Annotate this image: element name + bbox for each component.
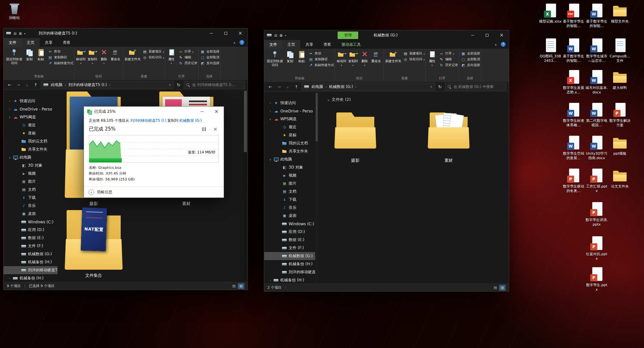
refresh-button[interactable]: [436, 84, 443, 89]
ribbon-button[interactable]: 复制到: [347, 49, 359, 68]
ribbon-button[interactable]: 全部选择: [200, 49, 219, 54]
breadcrumb-this-pc[interactable]: 此电脑: [312, 84, 323, 90]
ribbon-button[interactable]: 打开: [439, 51, 458, 56]
sidebar-item[interactable]: 文档: [264, 188, 318, 196]
breadcrumb-drive[interactable]: 机械数据 (G:): [329, 84, 353, 90]
desktop-icon[interactable]: 工作汇报.pptx: [585, 168, 608, 193]
desktop-icon[interactable]: 数字孪生城市—运态市…: [585, 38, 608, 63]
ribbon-button[interactable]: 移动到: [336, 49, 347, 68]
sidebar-item[interactable]: 文件 (F:): [264, 244, 318, 252]
back-button[interactable]: [267, 84, 274, 89]
forward-button[interactable]: [275, 84, 283, 89]
help-icon[interactable]: [501, 42, 506, 47]
sidebar-item[interactable]: 音乐: [264, 204, 318, 212]
ribbon-button[interactable]: 全部选择: [461, 51, 480, 56]
tab-drive-tools[interactable]: 驱动器工具: [336, 40, 366, 49]
desktop-icon[interactable]: 数字孪生驱动的冬奥…: [562, 168, 585, 193]
ribbon-button[interactable]: 复制路径: [48, 55, 73, 60]
desktop-icon[interactable]: 基于数字孪生的智能…: [562, 38, 585, 63]
sidebar-item[interactable]: 图片: [264, 179, 318, 188]
up-button[interactable]: [32, 82, 39, 87]
search-box[interactable]: [184, 81, 245, 89]
ribbon-button[interactable]: 新建文件夹: [124, 47, 141, 62]
ribbon-button[interactable]: 反向选择: [200, 61, 219, 65]
expand-arrow-icon[interactable]: [269, 117, 272, 121]
desktop-icon[interactable]: CampusB… 文件: [608, 38, 631, 63]
desktop-icon[interactable]: 数字孪生空间的发展…: [562, 135, 585, 160]
maximize-button[interactable]: [219, 28, 233, 38]
sidebar-item[interactable]: 机械数据 (G:): [264, 252, 318, 260]
ribbon-button[interactable]: 固定到快速访问: [266, 49, 284, 68]
ribbon-button[interactable]: 复制: [23, 47, 35, 62]
sidebar-item[interactable]: 共享文件夹: [264, 147, 318, 155]
refresh-button[interactable]: [175, 82, 182, 87]
ribbon-collapse-icon[interactable]: [495, 42, 497, 47]
sidebar-item[interactable]: 共享文件夹: [4, 145, 58, 153]
expand-arrow-icon[interactable]: [269, 109, 272, 113]
ribbon-button[interactable]: 轻松访问: [403, 57, 425, 62]
sidebar-item[interactable]: 我的云文档: [4, 137, 58, 145]
ribbon-button[interactable]: 反向选择: [461, 63, 480, 67]
sidebar-item[interactable]: 3D 对象: [264, 163, 318, 171]
sidebar-item[interactable]: 下载: [4, 194, 58, 202]
group-collapse-icon[interactable]: [327, 97, 330, 102]
sidebar-item[interactable]: Windows (C:): [4, 218, 58, 226]
up-button[interactable]: [293, 84, 300, 89]
desktop-icon[interactable]: 城市对抗蓝本.docx: [585, 70, 608, 95]
ribbon-button[interactable]: 全部取消: [461, 57, 480, 62]
folder-item-collection[interactable]: NAT配置 文件集合: [65, 210, 123, 278]
sidebar-item[interactable]: 最近: [4, 121, 58, 129]
expand-arrow-icon[interactable]: [8, 107, 11, 111]
group-header[interactable]: 文件夹 (2): [327, 97, 351, 102]
sidebar-item[interactable]: Windows (C:): [264, 220, 318, 228]
sidebar-item[interactable]: 视频: [4, 169, 58, 178]
ribbon-button[interactable]: 删除: [359, 49, 370, 68]
expand-arrow-icon[interactable]: [269, 278, 272, 282]
desktop-icon[interactable]: 模型记账.xlsx: [539, 3, 562, 24]
qat-icon-2[interactable]: [19, 32, 22, 35]
tab-file[interactable]: 文件: [4, 38, 22, 47]
desktop-icon[interactable]: 数字孪生讲演.pptx: [585, 202, 608, 227]
sidebar-item[interactable]: 应用 (D:): [264, 228, 318, 236]
tab-share[interactable]: 共享: [300, 40, 318, 49]
desktop-icon[interactable]: 数字孪生发展态势.x…: [562, 70, 585, 95]
desktop-icon[interactable]: 第二代数字电视国…: [585, 102, 608, 128]
sidebar-item[interactable]: 快速访问: [264, 99, 318, 107]
cancel-copy-button[interactable]: [213, 126, 218, 132]
sidebar-item[interactable]: 桌面: [4, 210, 58, 218]
qat-icon-2[interactable]: [279, 34, 282, 37]
tab-home[interactable]: 主页: [22, 38, 40, 47]
ribbon-button[interactable]: 粘贴快捷方式: [308, 63, 334, 67]
desktop-icon[interactable]: Unity3D学习指南.docx: [585, 135, 608, 160]
tab-view[interactable]: 查看: [318, 40, 336, 49]
folder-item-photos[interactable]: 摄影: [331, 112, 379, 163]
ribbon-button[interactable]: 编辑: [439, 57, 458, 62]
expand-arrow-icon[interactable]: [269, 101, 272, 105]
sidebar-item[interactable]: 机械备份 (H:): [4, 274, 58, 282]
large-icons-view-button[interactable]: [499, 285, 506, 291]
expand-arrow-icon[interactable]: [8, 115, 11, 119]
desktop-icon[interactable]: ppt模板: [608, 135, 631, 156]
expand-arrow-icon[interactable]: [269, 158, 272, 161]
address-dropdown-icon[interactable]: [169, 83, 171, 86]
desktop-icon[interactable]: 数字孪生解决方案: [608, 102, 631, 128]
sidebar-item[interactable]: 快速访问: [4, 97, 58, 105]
destination-drive-link[interactable]: 机械数据 (G:): [179, 118, 202, 123]
ribbon-button[interactable]: 属性: [166, 47, 177, 66]
ribbon-button[interactable]: 全部取消: [200, 55, 219, 60]
forward-button[interactable]: [15, 82, 22, 87]
ribbon-button[interactable]: 粘贴: [296, 49, 307, 64]
ribbon-button[interactable]: 新建文件夹: [385, 49, 402, 64]
qat-customize-arrow[interactable]: [24, 32, 25, 35]
folder-item-material[interactable]: 素材: [425, 112, 473, 163]
tab-home[interactable]: 主页: [282, 40, 300, 49]
desktop-icon[interactable]: 基于数字孪生的智能…: [585, 3, 608, 28]
ribbon-button[interactable]: 删除: [98, 47, 110, 66]
breadcrumb-this-pc[interactable]: 此电脑: [51, 82, 62, 88]
desktop-icon[interactable]: 模型文件夹: [608, 3, 631, 24]
sidebar-item[interactable]: 刘洋的移动硬盘T5 (I:): [264, 268, 318, 276]
desktop-icon[interactable]: 红蓝对抗.pptx: [585, 236, 608, 261]
vertical-scrollbar[interactable]: [243, 90, 247, 282]
sidebar-item[interactable]: OneDrive - Perso: [264, 107, 318, 115]
ribbon-button[interactable]: 复制路径: [308, 57, 334, 62]
